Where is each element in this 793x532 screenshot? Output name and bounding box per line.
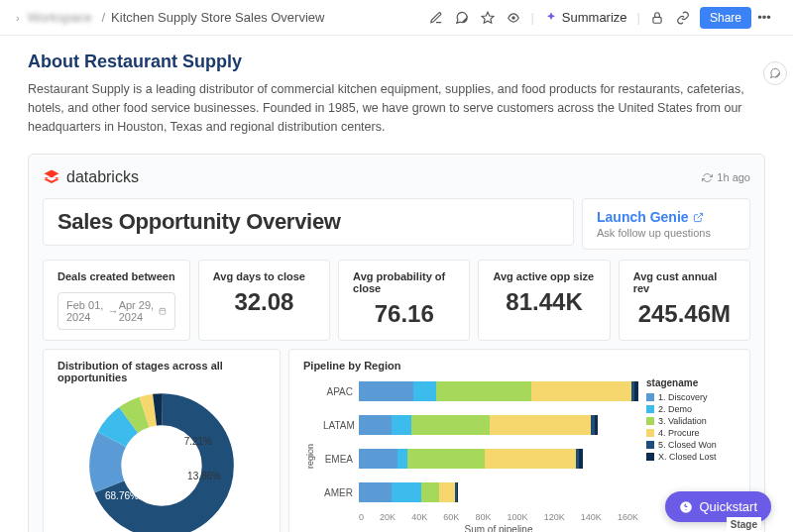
page-description: Restaurant Supply is a leading distribut… (28, 80, 765, 136)
star-icon[interactable] (477, 7, 499, 29)
bar-segment[interactable] (407, 449, 485, 469)
bar-segment[interactable] (579, 449, 583, 469)
bar-segment[interactable] (392, 415, 410, 435)
bar-region-label: LATAM (323, 420, 359, 431)
bar-segment[interactable] (595, 415, 599, 435)
more-icon[interactable]: ••• (753, 7, 775, 29)
date-end: Apr 29, 2024 (119, 299, 159, 323)
edit-icon[interactable] (425, 7, 447, 29)
breadcrumb-space[interactable]: Workspace (28, 10, 92, 25)
svg-point-14 (686, 508, 687, 509)
refresh-timestamp[interactable]: 1h ago (702, 171, 750, 183)
bar-segment[interactable] (436, 381, 532, 401)
dashboard-title: Sales Opportunity Overview (57, 209, 559, 235)
inline-comment-icon[interactable] (763, 61, 787, 85)
svg-point-1 (512, 16, 516, 20)
bar-segment[interactable] (359, 482, 392, 502)
summarize-button[interactable]: Summarize (544, 10, 627, 25)
bar-row: AMER (323, 479, 638, 506)
bar-ylabel: region (231, 451, 389, 463)
donut-chart[interactable]: 68.76% 13.86% 7.21% (87, 391, 236, 532)
bar-segment[interactable] (457, 482, 459, 502)
bar-region-label: APAC (323, 386, 359, 397)
bar-row: LATAM (323, 411, 638, 439)
bar-xlabel: Sum of pipeline (359, 524, 638, 532)
watch-icon[interactable] (503, 7, 524, 29)
launch-genie-link[interactable]: Launch Genie (597, 209, 736, 225)
dashboard-title-card: Sales Opportunity Overview (43, 198, 574, 246)
genie-card: Launch Genie Ask follow up questions (582, 198, 750, 250)
bar-segment[interactable] (439, 482, 455, 502)
bar-segment[interactable] (397, 449, 408, 469)
svg-point-13 (681, 501, 693, 513)
page-title: About Restaurant Supply (28, 52, 765, 72)
brand-logo: databricks (43, 168, 139, 186)
share-button[interactable]: Share (700, 7, 751, 29)
donut-label-2: 13.86% (187, 471, 221, 481)
bar-title: Pipeline by Region (303, 360, 736, 372)
bar-segment[interactable] (485, 449, 576, 469)
bar-segment[interactable] (392, 482, 421, 502)
donut-label-1: 68.76% (105, 490, 139, 501)
bar-segment[interactable] (421, 482, 439, 502)
lock-icon[interactable] (646, 7, 668, 29)
bar-segment[interactable] (490, 415, 591, 435)
donut-chart-card: Distribution of stages across all opport… (43, 349, 281, 532)
donut-label-3: 7.21% (184, 436, 212, 447)
metric-avg-prob: Avg probability of close 76.16 (338, 260, 470, 341)
bar-segment[interactable] (413, 381, 436, 401)
svg-rect-3 (160, 309, 166, 315)
bar-segment[interactable] (359, 415, 392, 435)
genie-subtitle: Ask follow up questions (597, 227, 736, 239)
date-filter-card: Deals created between Feb 01, 2024 → Apr… (43, 260, 190, 341)
date-start: Feb 01, 2024 (66, 299, 108, 323)
svg-marker-0 (483, 12, 495, 23)
brand-name: databricks (66, 168, 139, 186)
arrow-right-icon: → (108, 305, 119, 317)
bar-segment[interactable] (359, 381, 413, 401)
date-range-input[interactable]: Feb 01, 2024 → Apr 29, 2024 (57, 292, 175, 330)
bar-region-label: AMER (323, 487, 359, 498)
dashboard-embed: databricks 1h ago Sales Opportunity Over… (28, 154, 765, 532)
date-filter-label: Deals created between (57, 270, 175, 282)
page-body: About Restaurant Supply Restaurant Suppl… (0, 36, 793, 532)
bar-segment[interactable] (411, 415, 490, 435)
stage-mini-label: Stage (727, 517, 761, 532)
breadcrumb-title[interactable]: Kitchen Supply Store Sales Overview (111, 10, 324, 25)
svg-rect-2 (653, 17, 661, 23)
bar-row: APAC (323, 377, 638, 405)
link-icon[interactable] (672, 7, 694, 29)
comment-icon[interactable] (451, 7, 473, 29)
bar-segment[interactable] (634, 381, 638, 401)
calendar-icon (159, 305, 167, 317)
metric-avg-days: Avg days to close 32.08 (198, 260, 330, 341)
donut-title: Distribution of stages across all opport… (57, 360, 266, 383)
metric-avg-annual-rev: Avg cust annual rev 245.46M (619, 260, 750, 341)
summarize-label: Summarize (562, 10, 627, 25)
metric-avg-opp-size: Avg active opp size 81.44K (478, 260, 610, 341)
bar-segment[interactable] (531, 381, 630, 401)
expand-icon[interactable]: › (16, 12, 20, 24)
topbar: › Workspace / Kitchen Supply Store Sales… (0, 0, 793, 36)
breadcrumb-separator: / (101, 10, 105, 25)
